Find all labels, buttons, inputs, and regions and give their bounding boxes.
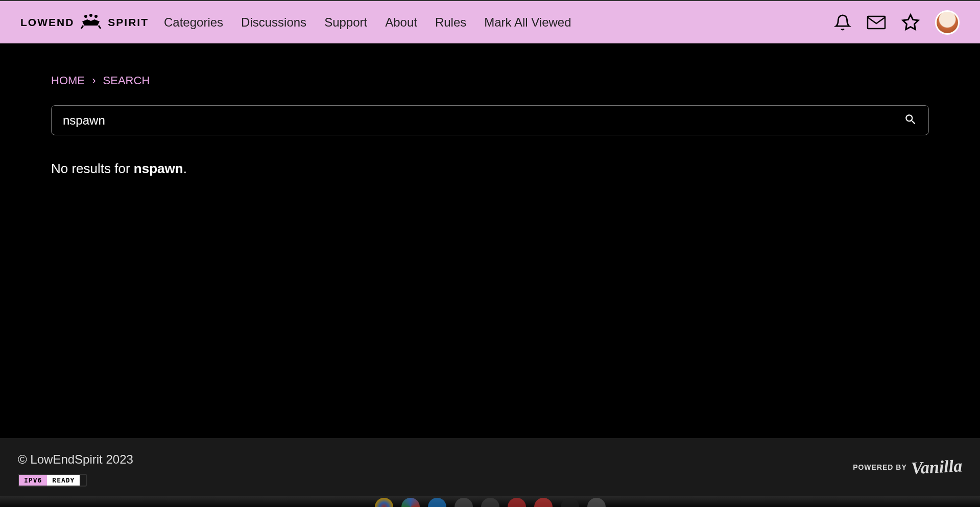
no-results-term: nspawn (134, 161, 183, 176)
search-icon (904, 113, 917, 128)
main-content: HOME › SEARCH No results for nspawn. (0, 43, 980, 438)
logo[interactable]: LOWEND SPIRIT (20, 13, 149, 32)
powered-by-text: POWERED BY (853, 463, 907, 471)
dock-app-icon[interactable] (561, 498, 579, 507)
search-input[interactable] (63, 113, 904, 128)
breadcrumb: HOME › SEARCH (51, 74, 929, 87)
footer-right[interactable]: POWERED BY Vanilla (853, 457, 962, 477)
header-icons (834, 10, 960, 35)
nav-rules[interactable]: Rules (435, 15, 466, 30)
logo-text-right: SPIRIT (108, 16, 149, 29)
nav-categories[interactable]: Categories (164, 15, 223, 30)
dock-app-icon[interactable] (428, 498, 446, 507)
no-results-message: No results for nspawn. (51, 161, 929, 177)
ipv6-badge[interactable]: IPV6 READY (18, 474, 87, 487)
breadcrumb-home[interactable]: HOME (51, 74, 85, 87)
svg-point-1 (89, 14, 92, 17)
footer-left: © LowEndSpirit 2023 IPV6 READY (18, 452, 133, 487)
handshake-icon (78, 13, 104, 32)
dock-app-icon[interactable] (481, 498, 499, 507)
ipv6-badge-left: IPV6 (19, 475, 47, 486)
main-nav: Categories Discussions Support About Rul… (164, 15, 571, 30)
search-button[interactable] (904, 113, 917, 128)
svg-point-2 (94, 15, 98, 18)
nav-support[interactable]: Support (324, 15, 367, 30)
header: LOWEND SPIRIT Categories Discussions Sup… (0, 0, 980, 43)
dock-app-icon[interactable] (587, 498, 606, 507)
footer: © LowEndSpirit 2023 IPV6 READY POWERED B… (0, 438, 980, 496)
no-results-suffix: . (183, 161, 187, 176)
svg-rect-3 (868, 16, 885, 29)
nav-about[interactable]: About (385, 15, 417, 30)
ipv6-badge-right: READY (47, 475, 80, 486)
copyright: © LowEndSpirit 2023 (18, 452, 133, 467)
breadcrumb-current: SEARCH (103, 74, 150, 87)
notifications-icon[interactable] (834, 14, 851, 31)
dock (0, 496, 980, 507)
breadcrumb-separator: › (92, 74, 95, 87)
messages-icon[interactable] (867, 15, 886, 30)
dock-app-icon[interactable] (534, 498, 553, 507)
dock-app-icon[interactable] (508, 498, 526, 507)
svg-point-0 (84, 15, 87, 18)
dock-app-icon[interactable] (455, 498, 473, 507)
dock-app-icon[interactable] (401, 498, 420, 507)
dock-app-icon[interactable] (375, 498, 393, 507)
no-results-prefix: No results for (51, 161, 134, 176)
nav-mark-all-viewed[interactable]: Mark All Viewed (484, 15, 571, 30)
search-box (51, 105, 929, 135)
bookmarks-icon[interactable] (901, 13, 920, 32)
logo-text-left: LOWEND (20, 16, 74, 29)
svg-marker-4 (903, 15, 918, 30)
nav-discussions[interactable]: Discussions (241, 15, 306, 30)
vanilla-logo: Vanilla (911, 456, 963, 478)
avatar[interactable] (935, 10, 960, 35)
